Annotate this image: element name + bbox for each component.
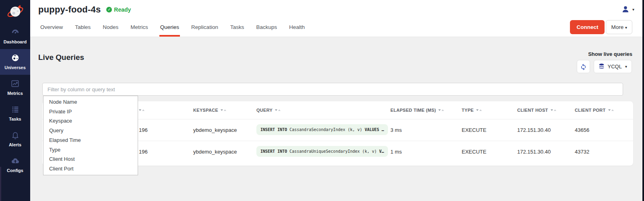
sidebar-item-label: Configs	[1, 168, 29, 173]
tab-health[interactable]: Health	[288, 20, 305, 37]
live-queries-section: Live Queries Show live queries YCQL ▾	[30, 37, 642, 201]
main-area: puppy-food-4s ✓ Ready ▾ OverviewTablesNo…	[30, 0, 642, 201]
universe-title: puppy-food-4s	[38, 4, 101, 15]
cell-keyspace: ybdemo_keyspace	[193, 127, 256, 133]
cell-type: EXECUTE	[462, 149, 517, 155]
filter-option-query[interactable]: Query	[43, 126, 138, 135]
yugabyte-logo[interactable]	[0, 0, 30, 23]
cell-client-host: 172.151.30.40	[517, 127, 575, 133]
sidebar-item-label: Metrics	[1, 91, 29, 96]
check-circle-icon: ✓	[106, 7, 112, 12]
column-header-elapsed-time-ms[interactable]: ELAPSED TIME (MS)	[390, 108, 462, 113]
filter-option-private-ip[interactable]: Private IP	[43, 107, 138, 117]
column-header-client-port[interactable]: CLIENT PORT	[575, 108, 633, 113]
filter-option-node-name[interactable]: Node Name	[43, 97, 138, 107]
refresh-button[interactable]	[577, 60, 590, 73]
sidebar-item-configs[interactable]: Configs	[0, 152, 30, 178]
column-header-type[interactable]: TYPE	[462, 108, 517, 113]
filter-column-dropdown: Node NamePrivate IPKeyspaceQueryElapsed …	[43, 96, 138, 175]
cell-client-port: 43732	[575, 149, 633, 155]
bell-icon	[1, 131, 29, 140]
show-live-queries-label: Show live queries	[588, 51, 632, 57]
filter-option-keyspace[interactable]: Keyspace	[43, 116, 138, 126]
tab-tasks[interactable]: Tasks	[229, 20, 245, 37]
chevron-down-icon: ▾	[632, 7, 634, 12]
cell-elapsed-time: 3 ms	[390, 127, 462, 133]
sidebar-item-tasks[interactable]: Tasks	[0, 100, 30, 126]
more-button[interactable]: More ▾	[606, 20, 632, 34]
column-header-query[interactable]: QUERY	[256, 108, 390, 113]
cell-elapsed-time: 1 ms	[390, 149, 462, 155]
chevron-down-icon: ▾	[625, 25, 627, 30]
yugabyte-platform-app: DashboardUniversesMetricsTasksAlertsConf…	[0, 0, 644, 201]
sidebar-item-dashboard[interactable]: Dashboard	[0, 23, 30, 49]
page-title: Live Queries	[38, 53, 84, 62]
cloud-upload-icon	[1, 156, 29, 166]
cell-query: INSERT INTO CassandraSecondaryIndex (k, …	[256, 124, 390, 136]
filter-option-client-port[interactable]: Client Port	[43, 164, 138, 174]
query-chip[interactable]: INSERT INTO CassandraUniqueSecondaryInde…	[256, 146, 388, 157]
filter-option-elapsed-time[interactable]: Elapsed Time	[43, 135, 138, 145]
sidebar-item-label: Alerts	[1, 142, 29, 147]
status-badge: ✓ Ready	[106, 6, 131, 13]
filter-option-client-host[interactable]: Client Host	[43, 154, 138, 164]
globe-icon	[1, 53, 29, 63]
task-list-icon	[1, 105, 29, 115]
filter-option-type[interactable]: Type	[43, 145, 138, 155]
gauge-icon	[1, 28, 29, 37]
sidebar: DashboardUniversesMetricsTasksAlertsConf…	[0, 0, 30, 201]
cell-client-port: 43656	[575, 127, 633, 133]
edge-strip	[642, 0, 644, 201]
connect-button[interactable]: Connect	[570, 20, 605, 34]
sidebar-item-metrics[interactable]: Metrics	[0, 75, 30, 100]
universe-tabs: OverviewTablesNodesMetricsQueriesReplica…	[39, 20, 305, 37]
user-menu[interactable]: ▾	[621, 5, 634, 13]
user-icon	[621, 5, 630, 13]
cell-query: INSERT INTO CassandraUniqueSecondaryInde…	[256, 146, 390, 158]
tab-replication[interactable]: Replication	[190, 20, 219, 37]
edge-artifact	[0, 167, 1, 201]
sort-icon	[551, 109, 556, 111]
tab-nodes[interactable]: Nodes	[102, 20, 119, 37]
sidebar-item-label: Universes	[1, 65, 29, 70]
sort-icon	[438, 109, 444, 111]
sort-icon	[476, 109, 482, 111]
sidebar-item-label: Tasks	[1, 117, 29, 121]
tab-queries[interactable]: Queries	[159, 20, 180, 37]
refresh-icon	[580, 63, 587, 70]
tab-backups[interactable]: Backups	[255, 20, 278, 37]
api-type-dropdown[interactable]: YCQL ▾	[594, 60, 632, 73]
cell-keyspace: ybdemo_keyspace	[193, 149, 256, 155]
cell-type: EXECUTE	[462, 127, 517, 133]
chart-line-icon	[1, 79, 29, 89]
database-icon	[599, 64, 605, 70]
sort-icon	[608, 109, 614, 111]
chevron-down-icon: ▾	[625, 64, 627, 69]
sidebar-item-label: Dashboard	[1, 39, 29, 44]
universe-header: puppy-food-4s ✓ Ready ▾ OverviewTablesNo…	[30, 0, 642, 37]
tab-overview[interactable]: Overview	[39, 20, 64, 37]
tab-tables[interactable]: Tables	[74, 20, 91, 37]
sort-icon	[221, 109, 226, 111]
query-chip[interactable]: INSERT INTO CassandraSecondaryIndex (k, …	[256, 124, 388, 135]
sidebar-item-universes[interactable]: Universes	[0, 49, 30, 75]
planet-rocket-logo-icon	[6, 3, 25, 20]
column-header-keyspace[interactable]: KEYSPACE	[193, 108, 256, 113]
sidebar-item-alerts[interactable]: Alerts	[0, 126, 30, 152]
sort-icon	[275, 109, 281, 111]
tab-metrics[interactable]: Metrics	[130, 20, 149, 37]
cell-client-host: 172.151.30.40	[517, 149, 575, 155]
query-filter-input[interactable]	[42, 83, 623, 96]
column-header-client-host[interactable]: CLIENT HOST	[517, 108, 575, 113]
sort-icon	[139, 109, 144, 111]
